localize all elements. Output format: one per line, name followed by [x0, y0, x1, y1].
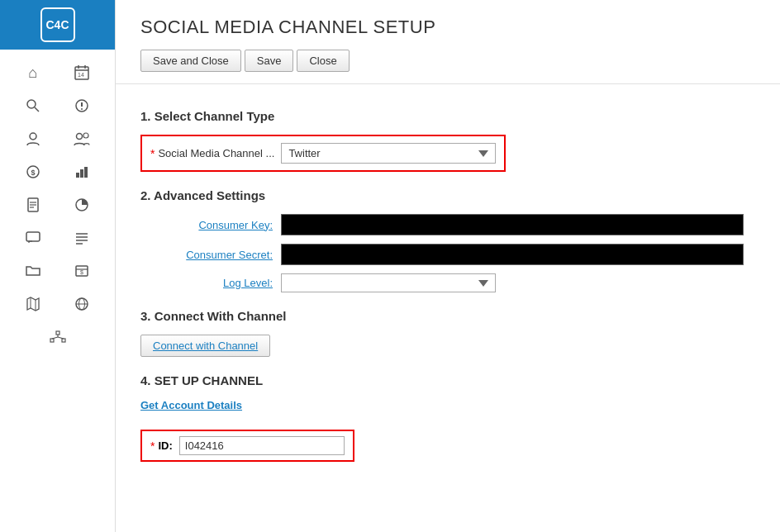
get-account-details-link[interactable]: Get Account Details	[140, 399, 242, 411]
sidebar-row-2	[0, 89, 115, 122]
svg-rect-36	[56, 331, 59, 335]
svg-rect-15	[76, 173, 79, 178]
svg-point-5	[27, 100, 36, 108]
page-title: SOCIAL MEDIA CHANNEL SETUP	[140, 17, 755, 38]
id-row: * ID:	[140, 430, 354, 462]
svg-rect-23	[26, 232, 40, 241]
section-1-heading: 1. Select Channel Type	[140, 109, 755, 123]
section-4: 4. SET UP CHANNEL Get Account Details * …	[140, 373, 755, 462]
chart-icon[interactable]	[70, 160, 93, 183]
document-icon[interactable]	[21, 193, 45, 216]
sidebar-header: C4C	[0, 0, 115, 50]
section-1: 1. Select Channel Type * Social Media Ch…	[140, 109, 755, 172]
page-header: SOCIAL MEDIA CHANNEL SETUP Save and Clos…	[116, 0, 780, 84]
alert-icon[interactable]	[70, 94, 93, 117]
form-content: 1. Select Channel Type * Social Media Ch…	[116, 84, 780, 495]
required-indicator: *	[150, 147, 155, 160]
svg-rect-16	[80, 169, 83, 178]
sidebar-nav: ⌂ 14	[0, 50, 115, 532]
network-icon[interactable]	[46, 325, 69, 349]
sidebar-row-7: $	[0, 254, 115, 287]
svg-rect-17	[84, 167, 88, 178]
map-icon[interactable]	[21, 292, 45, 316]
message-icon[interactable]	[21, 226, 45, 249]
save-close-button[interactable]: Save and Close	[140, 50, 241, 72]
section-3-heading: 3. Connect With Channel	[140, 309, 755, 323]
globe-icon[interactable]	[70, 292, 93, 316]
person-icon[interactable]	[21, 127, 45, 150]
consumer-secret-row: Consumer Secret:	[140, 244, 755, 265]
log-level-row: Log Level: Debug Info Warning Error	[140, 273, 755, 292]
sidebar-row-3	[0, 122, 115, 155]
save-button[interactable]: Save	[245, 50, 294, 72]
app-logo[interactable]: C4C	[40, 7, 75, 42]
consumer-secret-label[interactable]: Consumer Secret:	[140, 249, 273, 261]
svg-line-41	[58, 337, 64, 339]
svg-rect-37	[50, 339, 54, 342]
currency-icon[interactable]: $	[70, 259, 93, 283]
channel-type-select[interactable]: Twitter Facebook YouTube	[281, 143, 496, 164]
sidebar-row-6	[0, 221, 115, 254]
section-3: 3. Connect With Channel Connect with Cha…	[140, 309, 755, 357]
svg-text:$: $	[31, 169, 35, 177]
sidebar-row-4: $	[0, 155, 115, 188]
log-level-select[interactable]: Debug Info Warning Error	[281, 273, 496, 292]
calendar-icon[interactable]: 14	[70, 61, 93, 84]
section-2: 2. Advanced Settings Consumer Key: Consu…	[140, 188, 755, 292]
id-field-label: ID:	[158, 439, 172, 452]
consumer-key-row: Consumer Key:	[140, 214, 755, 235]
main-content: SOCIAL MEDIA CHANNEL SETUP Save and Clos…	[116, 0, 780, 532]
section-2-heading: 2. Advanced Settings	[140, 188, 755, 202]
people-icon[interactable]	[70, 127, 93, 150]
svg-text:14: 14	[78, 72, 84, 78]
svg-point-11	[77, 134, 83, 140]
section-4-heading: 4. SET UP CHANNEL	[140, 373, 755, 387]
log-level-label: Log Level:	[140, 277, 273, 289]
sidebar-row-5	[0, 188, 115, 221]
connect-channel-button[interactable]: Connect with Channel	[140, 335, 270, 357]
close-button[interactable]: Close	[297, 50, 349, 72]
home-icon[interactable]: ⌂	[21, 61, 45, 84]
svg-text:$: $	[80, 269, 83, 275]
list-icon[interactable]	[70, 226, 93, 249]
sidebar-row-8	[0, 287, 115, 321]
consumer-secret-input[interactable]	[281, 244, 744, 265]
id-required-indicator: *	[150, 439, 155, 453]
channel-type-label: Social Media Channel ...	[158, 147, 274, 159]
sidebar-row-9	[0, 321, 115, 354]
search-icon[interactable]	[21, 94, 45, 117]
svg-line-40	[52, 337, 58, 339]
svg-point-12	[83, 133, 88, 138]
channel-type-row: * Social Media Channel ... Twitter Faceb…	[140, 135, 506, 172]
dollar-icon[interactable]: $	[21, 160, 45, 183]
pie-icon[interactable]	[70, 193, 93, 216]
svg-point-9	[81, 108, 83, 110]
svg-line-6	[35, 107, 39, 112]
sidebar: C4C ⌂ 14	[0, 0, 116, 532]
consumer-key-label[interactable]: Consumer Key:	[140, 219, 273, 231]
id-input[interactable]	[179, 436, 345, 455]
svg-rect-38	[62, 339, 65, 342]
consumer-key-input[interactable]	[281, 214, 744, 235]
svg-point-10	[30, 133, 36, 140]
folder-icon[interactable]	[21, 259, 45, 283]
toolbar: Save and Close Save Close	[140, 50, 755, 72]
sidebar-row-1: ⌂ 14	[0, 56, 115, 89]
